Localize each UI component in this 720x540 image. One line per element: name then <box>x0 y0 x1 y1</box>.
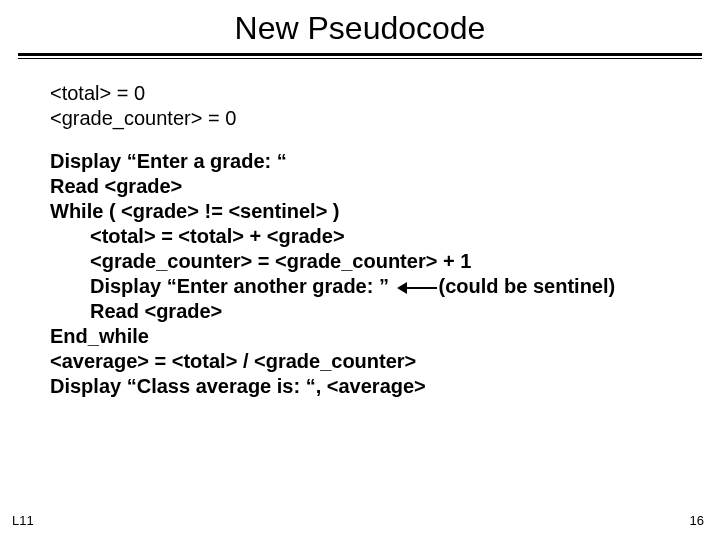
code-line-10: Display “Class average is: “, <average> <box>50 374 720 399</box>
code-line-6: Display “Enter another grade: ” (could b… <box>50 274 720 299</box>
init-block: <total> = 0 <grade_counter> = 0 <box>50 81 720 131</box>
init-line-1: <total> = 0 <box>50 81 720 106</box>
code-line-6b-text: (could be sentinel) <box>439 275 616 297</box>
code-line-7: Read <grade> <box>50 299 720 324</box>
init-line-2: <grade_counter> = 0 <box>50 106 720 131</box>
code-line-4: <total> = <total> + <grade> <box>50 224 720 249</box>
code-line-8: End_while <box>50 324 720 349</box>
code-line-2: Read <grade> <box>50 174 720 199</box>
code-line-9: <average> = <total> / <grade_counter> <box>50 349 720 374</box>
divider-thick <box>18 53 702 56</box>
footer-page-number: 16 <box>690 513 704 528</box>
arrow-left-icon <box>397 281 437 295</box>
code-line-3: While ( <grade> != <sentinel> ) <box>50 199 720 224</box>
code-line-1: Display “Enter a grade: “ <box>50 149 720 174</box>
slide-content: <total> = 0 <grade_counter> = 0 Display … <box>0 59 720 399</box>
slide-title: New Pseudocode <box>0 0 720 53</box>
code-block: Display “Enter a grade: “ Read <grade> W… <box>50 149 720 399</box>
footer-left-label: L11 <box>12 513 34 528</box>
slide: New Pseudocode <total> = 0 <grade_counte… <box>0 0 720 540</box>
code-line-6a-text: Display “Enter another grade: ” <box>90 275 395 297</box>
code-line-5: <grade_counter> = <grade_counter> + 1 <box>50 249 720 274</box>
